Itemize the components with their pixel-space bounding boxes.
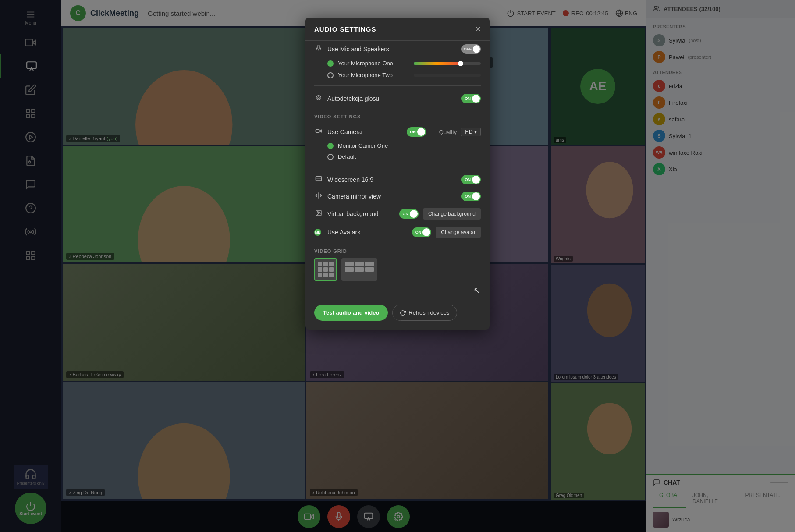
mirror-label: Camera mirror view	[327, 193, 457, 200]
cursor-icon: ↖	[473, 286, 481, 295]
grid-dot	[318, 267, 322, 272]
camera1-radio[interactable]	[327, 143, 334, 149]
grid-dots-3x3	[318, 262, 334, 277]
svg-rect-37	[316, 130, 319, 133]
mirror-knob	[472, 192, 480, 200]
grid-dot	[318, 262, 322, 266]
refresh-devices-button[interactable]: Refresh devices	[392, 305, 457, 321]
refresh-label: Refresh devices	[408, 309, 449, 316]
mic1-volume-bar	[414, 62, 481, 65]
modal-overlay: AUDIO SETTINGS × Use Mic and Speakers OF…	[0, 0, 795, 532]
autodetect-toggle[interactable]: ON	[461, 94, 481, 103]
svg-point-36	[316, 96, 321, 100]
cursor-area: ↖	[314, 285, 481, 296]
widescreen-toggle-label: ON	[465, 177, 471, 182]
svg-point-41	[317, 212, 319, 213]
grid-wide-option[interactable]	[341, 258, 377, 281]
widescreen-knob	[472, 176, 480, 184]
modal-close-button[interactable]: ×	[476, 25, 481, 33]
change-background-button[interactable]: Change background	[423, 208, 481, 220]
grid-dot	[323, 262, 328, 266]
mic1-name: Your Microphone One	[338, 60, 405, 67]
modal-header: AUDIO SETTINGS ×	[305, 18, 490, 41]
autodetect-label: Autodetekcja głosu	[327, 95, 457, 102]
toggle-knob	[473, 45, 480, 53]
use-camera-label: Use Camera	[327, 128, 402, 135]
audio-settings-modal: AUDIO SETTINGS × Use Mic and Speakers OF…	[305, 18, 490, 330]
video-icon	[315, 128, 322, 135]
grid-dot-wide	[365, 262, 374, 266]
widescreen-icon	[314, 175, 323, 184]
use-camera-row: Use Camera ON Quality HD ▾	[314, 124, 481, 140]
avatars-knob	[422, 228, 430, 236]
grid-dot-wide	[365, 267, 374, 272]
use-mic-toggle[interactable]: OFF	[461, 44, 481, 54]
camera-toggle-label: ON	[410, 130, 416, 134]
svg-point-35	[318, 97, 319, 99]
camera1-name: Monitor Camer One	[338, 142, 481, 149]
grid-dot-wide	[355, 262, 364, 266]
camera1-option: Monitor Camer One	[314, 140, 481, 151]
grid-dot-wide	[345, 267, 354, 272]
avatars-label: Use Avatars	[327, 229, 408, 236]
camera2-option: Default	[314, 151, 481, 162]
avatars-icon: MN	[314, 229, 323, 236]
mic1-radio[interactable]	[327, 60, 334, 67]
mirror-toggle-label: ON	[465, 194, 471, 199]
mic1-volume-handle[interactable]	[458, 61, 463, 66]
video-settings-label: VIDEO SETTINGS	[314, 114, 481, 119]
mic1-option: Your Microphone One	[314, 57, 481, 69]
app-container: Menu	[0, 0, 795, 532]
change-avatar-button[interactable]: Change avatar	[436, 227, 481, 238]
virtual-bg-svg-icon	[315, 209, 322, 216]
mic2-name: Your Microphone Two	[338, 72, 405, 78]
grid-dot	[329, 267, 334, 272]
test-audio-video-button[interactable]: Test audio and video	[314, 305, 388, 321]
use-mic-row: Use Mic and Speakers OFF	[314, 41, 481, 57]
mirror-icon	[314, 192, 323, 201]
mic-row-icon	[314, 45, 323, 53]
grid-dot	[323, 267, 328, 272]
use-mic-toggle-label: OFF	[464, 47, 472, 51]
virtual-bg-toggle-label: ON	[402, 212, 408, 216]
video-grid-label: VIDEO GRID	[314, 248, 481, 254]
modal-title: AUDIO SETTINGS	[314, 25, 376, 33]
mirror-svg-icon	[315, 192, 322, 199]
grid-3x3-option[interactable]	[314, 258, 337, 281]
mirror-row: Camera mirror view ON	[314, 188, 481, 205]
widescreen-label: Widescreen 16:9	[327, 176, 457, 183]
mic2-radio[interactable]	[327, 72, 334, 78]
microphone-icon	[315, 45, 322, 52]
mic2-volume-bar	[414, 74, 481, 77]
use-mic-label: Use Mic and Speakers	[327, 46, 457, 53]
grid-dots-wide	[345, 262, 374, 272]
avatars-row: MN Use Avatars ON Change avatar	[314, 223, 481, 241]
avatars-toggle[interactable]: ON	[412, 227, 431, 237]
camera2-radio[interactable]	[327, 154, 334, 160]
autodetect-toggle-label: ON	[465, 96, 471, 101]
mirror-toggle[interactable]: ON	[461, 192, 481, 201]
virtual-bg-toggle[interactable]: ON	[399, 209, 419, 219]
widescreen-row: Widescreen 16:9 ON	[314, 171, 481, 188]
mic1-volume-fill	[414, 62, 461, 65]
virtual-bg-icon	[314, 209, 323, 218]
refresh-icon	[400, 310, 406, 316]
grid-dot-wide	[355, 267, 364, 272]
camera-settings-icon	[314, 128, 323, 136]
grid-dot	[329, 273, 334, 277]
camera2-name: Default	[338, 153, 481, 160]
quality-label: Quality	[439, 129, 457, 135]
grid-dot	[318, 273, 322, 277]
use-camera-toggle[interactable]: ON	[407, 127, 426, 137]
virtual-bg-label: Virtual background	[327, 210, 395, 217]
autodetect-icon	[314, 94, 323, 103]
grid-selector	[314, 258, 481, 281]
widescreen-toggle[interactable]: ON	[461, 175, 481, 184]
avatar-placeholder-icon: MN	[314, 229, 321, 236]
camera-knob	[417, 128, 425, 136]
grid-dot	[323, 273, 328, 277]
virtual-bg-knob	[410, 210, 418, 218]
auto-icon	[315, 94, 322, 101]
quality-selector[interactable]: HD ▾	[461, 128, 481, 136]
mic2-option: Your Microphone Two	[314, 69, 481, 81]
